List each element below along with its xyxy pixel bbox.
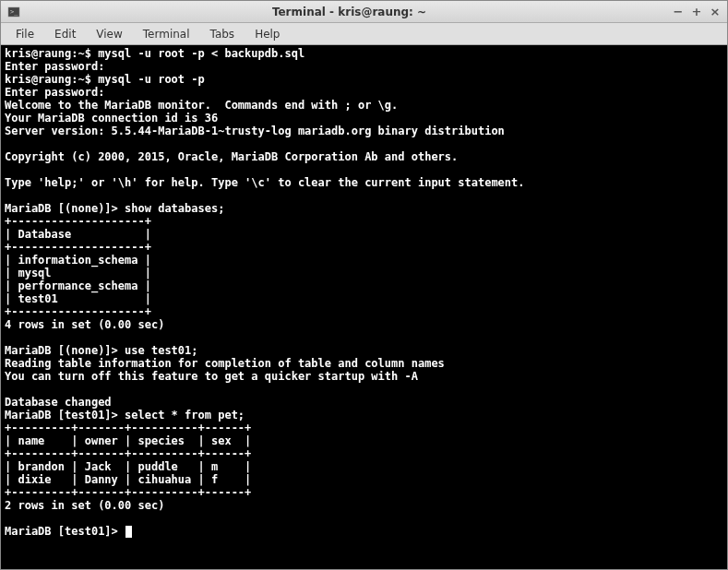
terminal-line: Server version: 5.5.44-MariaDB-1~trusty-… [5, 125, 505, 137]
close-button[interactable]: × [709, 6, 722, 18]
terminal-line: 2 rows in set (0.00 sec) [5, 499, 164, 512]
maximize-button[interactable]: + [690, 6, 703, 18]
menu-terminal[interactable]: Terminal [134, 25, 199, 43]
terminal-icon: >_ [6, 5, 21, 19]
terminal-line: +--------------------+ [5, 215, 151, 228]
terminal-prompt: MariaDB [test01]> [5, 525, 125, 538]
terminal-line: You can turn off this feature to get a q… [5, 370, 418, 383]
terminal-line: MariaDB [(none)]> use test01; [5, 344, 198, 357]
minimize-button[interactable]: − [672, 6, 685, 18]
terminal-line: kris@raung:~$ mysql -u root -p < backupd… [5, 47, 304, 60]
terminal-line: +---------+-------+----------+------+ [5, 486, 251, 499]
menu-tabs[interactable]: Tabs [201, 25, 245, 43]
terminal-line: 4 rows in set (0.00 sec) [5, 318, 164, 331]
window-controls: − + × [672, 6, 722, 18]
terminal-line: +---------+-------+----------+------+ [5, 422, 251, 434]
menubar: File Edit View Terminal Tabs Help [1, 23, 727, 45]
terminal-line: MariaDB [(none)]> show databases; [5, 202, 224, 215]
menu-help[interactable]: Help [245, 25, 289, 43]
terminal-line: Database changed [5, 396, 112, 409]
window-title: Terminal - kris@raung: ~ [27, 6, 672, 18]
terminal-line: | mysql | [5, 267, 151, 279]
terminal-line: MariaDB [test01]> select * from pet; [5, 409, 245, 422]
terminal-window: >_ Terminal - kris@raung: ~ − + × File E… [0, 0, 728, 570]
terminal-line: Your MariaDB connection id is 36 [5, 112, 218, 125]
menu-edit[interactable]: Edit [45, 25, 85, 43]
terminal-line: | brandon | Jack | puddle | m | [5, 460, 251, 473]
terminal-line: | name | owner | species | sex | [5, 434, 251, 447]
terminal-line: Type 'help;' or '\h' for help. Type '\c'… [5, 176, 525, 189]
terminal-line: | performance_schema | [5, 279, 151, 292]
terminal-line: | Database | [5, 228, 151, 241]
titlebar: >_ Terminal - kris@raung: ~ − + × [1, 1, 727, 23]
terminal-line: Welcome to the MariaDB monitor. Commands… [5, 99, 398, 112]
terminal-line: +---------+-------+----------+------+ [5, 447, 251, 460]
terminal-line: | dixie | Danny | cihuahua | f | [5, 473, 251, 486]
terminal-line: kris@raung:~$ mysql -u root -p [5, 73, 205, 86]
terminal-line: | information_schema | [5, 254, 151, 267]
terminal-line: Copyright (c) 2000, 2015, Oracle, MariaD… [5, 150, 458, 163]
terminal-line: +--------------------+ [5, 241, 151, 254]
terminal-output[interactable]: kris@raung:~$ mysql -u root -p < backupd… [1, 45, 727, 569]
terminal-line: +--------------------+ [5, 305, 151, 318]
terminal-line: Enter password: [5, 60, 104, 73]
terminal-line: | test01 | [5, 292, 151, 305]
terminal-line: Enter password: [5, 86, 104, 99]
terminal-line: Reading table information for completion… [5, 357, 445, 370]
svg-text:>_: >_ [10, 8, 18, 16]
menu-view[interactable]: View [87, 25, 131, 43]
menu-file[interactable]: File [6, 25, 43, 43]
cursor-icon [125, 526, 132, 538]
